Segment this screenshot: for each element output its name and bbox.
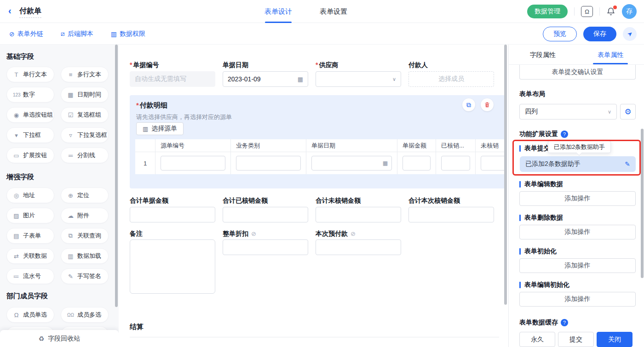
tab-field-properties[interactable]: 字段属性	[509, 45, 577, 64]
edit-init-add-button[interactable]: 添加操作	[519, 292, 636, 307]
help-icon[interactable]: ?	[561, 131, 568, 138]
address-book-icon[interactable]: Ω	[581, 6, 593, 17]
field-item-data-load[interactable]: ▥数据加载	[61, 248, 109, 264]
field-item-multi-select[interactable]: ▿下拉复选框	[61, 127, 109, 143]
col-index	[135, 139, 155, 152]
field-palette-sidebar: 基础字段 T单行文本 ≡多行文本 123数字 ▦日期时间 ◉单选按钮组 ☑复选框…	[0, 45, 119, 347]
field-item-multi-text[interactable]: ≡多行文本	[61, 67, 109, 82]
discount-input[interactable]	[223, 239, 308, 255]
field-item-attachment[interactable]: ☁附件	[61, 208, 109, 223]
not-written-off-input[interactable]	[481, 156, 506, 171]
edit-data-add-button[interactable]: 添加操作	[519, 191, 636, 206]
payer-member-picker[interactable]: 选择成员	[408, 71, 494, 87]
supplier-select[interactable]: ∨	[316, 71, 401, 87]
total-amount-input[interactable]	[130, 207, 215, 222]
tab-form-properties[interactable]: 表单属性	[577, 45, 644, 64]
field-item-location[interactable]: ⊕定位	[61, 188, 109, 203]
remark-label: 备注	[130, 230, 143, 238]
field-item-extend-button[interactable]: ▭扩展按钮	[6, 148, 54, 163]
image-icon: ▨	[13, 212, 20, 219]
edit-data-section-title: 表单编辑数据	[519, 180, 563, 188]
field-item-linked-query[interactable]: ⧉关联查询	[61, 228, 109, 244]
col-doc-date: 单据日期	[306, 139, 397, 152]
data-assistant-item[interactable]: 已添加2条数据助手 ✎	[520, 156, 636, 172]
prepay-input[interactable]	[316, 239, 401, 255]
field-item-single-text[interactable]: T单行文本	[6, 67, 54, 82]
save-button[interactable]: 保存	[583, 27, 616, 41]
col-business-type: 业务类别	[231, 139, 306, 152]
panel-scrollbar[interactable]	[641, 129, 644, 278]
tab-form-settings[interactable]: 表单设置	[320, 0, 347, 23]
submit-confirm-settings-button[interactable]: 表单提交确认设置	[519, 65, 636, 80]
copy-section-button[interactable]: ⧉	[462, 98, 475, 111]
form-external-link[interactable]: ⊘ 表单外链	[9, 30, 43, 38]
app-header: ‹ 付款单 表单设计 表单设置 数据管理 Ω 存	[0, 0, 644, 23]
row-date-input[interactable]: ▦	[311, 156, 392, 171]
data-manage-button[interactable]: 数据管理	[527, 5, 568, 18]
delete-data-add-button[interactable]: 添加操作	[519, 225, 636, 239]
linked-query-icon: ⧉	[67, 232, 74, 239]
share-button[interactable]: ➤	[623, 27, 637, 41]
total-written-off-input[interactable]	[223, 207, 308, 222]
doc-date-input[interactable]: 2023-01-09 ▦	[223, 71, 308, 87]
field-item-serial-number[interactable]: ≔流水号	[6, 268, 54, 284]
data-permission-link[interactable]: ▥ 数据权限	[111, 30, 145, 38]
total-amount-label: 合计单据金额	[130, 197, 168, 205]
field-item-member-single[interactable]: Ω成员单选	[6, 307, 54, 323]
cache-option-submit[interactable]: 提交	[558, 332, 594, 347]
layout-gear-button[interactable]: ⚙	[620, 104, 636, 119]
doc-amount-input[interactable]	[402, 156, 431, 171]
field-item-address[interactable]: ◎地址	[6, 188, 54, 203]
total-current-written-off-input[interactable]	[408, 207, 494, 222]
canvas-scrollbar[interactable]	[504, 45, 507, 305]
notification-dot	[613, 6, 617, 9]
doc-number-input[interactable]: 自动生成无需填写	[130, 71, 215, 87]
data-load-icon: ▥	[67, 253, 74, 260]
edit-icon[interactable]: ✎	[625, 160, 630, 168]
written-off-input[interactable]	[441, 156, 470, 171]
backend-script-link[interactable]: ⧄ 后端脚本	[61, 30, 93, 38]
detail-hint: 请先选择供应商，再选择对应的源单	[136, 113, 232, 121]
help-icon[interactable]: ?	[561, 319, 568, 326]
location-icon: ⊕	[67, 192, 74, 199]
layout-select[interactable]: 四列 ∨	[519, 104, 617, 119]
field-item-select[interactable]: ▾下拉框	[6, 127, 54, 143]
back-icon[interactable]: ‹	[8, 6, 12, 16]
cache-option-forever[interactable]: 永久	[519, 332, 555, 347]
copy-icon: ⧉	[466, 101, 471, 109]
source-number-input[interactable]	[161, 156, 225, 171]
avatar[interactable]: 存	[622, 4, 637, 19]
field-item-number[interactable]: 123数字	[6, 87, 54, 102]
panel-tabs: 字段属性 表单属性	[509, 45, 644, 65]
trash-icon	[484, 102, 490, 108]
recycle-icon: ♻	[39, 335, 45, 342]
field-label-payer: 付款人	[408, 61, 428, 69]
delete-section-button[interactable]	[481, 98, 494, 111]
total-current-written-off-label: 合计本次核销金额	[408, 197, 460, 205]
select-source-button[interactable]: ▥ 选择源单	[136, 122, 184, 135]
business-type-input[interactable]	[236, 156, 301, 171]
field-item-signature[interactable]: ✎手写签名	[61, 268, 109, 284]
cache-option-close[interactable]: 关闭	[597, 332, 632, 347]
field-item-checkbox-group[interactable]: ☑复选框组	[61, 107, 109, 123]
remark-textarea[interactable]	[130, 239, 215, 294]
init-add-button[interactable]: 添加操作	[519, 258, 636, 273]
field-item-subform[interactable]: ▤子表单	[6, 228, 54, 244]
payment-detail-section: 付款明细 请先选择供应商，再选择对应的源单 ▥ 选择源单 ⧉ 源单编号 业务类别	[130, 95, 506, 188]
extension-settings-title: 功能扩展设置 ?	[519, 130, 568, 138]
field-item-member-multi[interactable]: ΩΩ成员多选	[61, 307, 109, 323]
field-item-radio-group[interactable]: ◉单选按钮组	[6, 107, 54, 123]
sidebar-scrollbar[interactable]	[115, 45, 118, 307]
field-recycle-bin[interactable]: ♻ 字段回收站	[0, 330, 119, 347]
total-not-written-off-input[interactable]	[316, 207, 401, 222]
toolbar-actions: 预览 保存 ➤	[543, 23, 637, 45]
tab-form-design[interactable]: 表单设计	[264, 0, 292, 23]
document-title[interactable]: 付款单	[19, 6, 41, 18]
field-item-image[interactable]: ▨图片	[6, 208, 54, 223]
notification-bell-icon[interactable]	[606, 7, 615, 16]
delete-data-section-title: 表单删除数据	[519, 214, 563, 222]
field-item-datetime[interactable]: ▦日期时间	[61, 87, 109, 102]
field-item-linked-data[interactable]: ⇄关联数据	[6, 248, 54, 264]
preview-button[interactable]: 预览	[543, 27, 577, 41]
field-item-divider[interactable]: ═分割线	[61, 148, 109, 163]
